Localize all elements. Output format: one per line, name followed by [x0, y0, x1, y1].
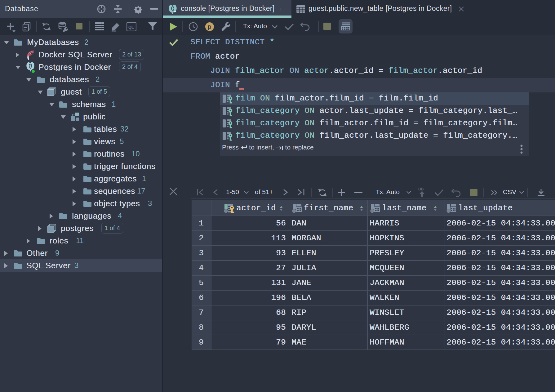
svg-text:QL: QL [128, 25, 134, 29]
svg-text:DB: DB [418, 187, 424, 191]
svg-text:p: p [208, 23, 211, 30]
